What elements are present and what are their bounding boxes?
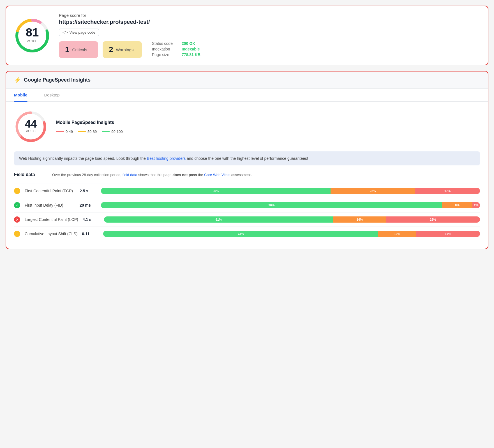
- metric-name: Cumulative Layout Shift (CLS): [25, 232, 77, 236]
- core-web-vitals-link[interactable]: Core Web Vitals: [204, 173, 230, 177]
- legend-dot-green: [102, 131, 110, 132]
- metric-icon: ✓: [14, 202, 20, 208]
- view-code-label: View page code: [70, 30, 95, 34]
- warnings-label: Warnings: [116, 47, 134, 52]
- progress-segment-orange: 22%: [331, 188, 415, 194]
- mobile-section: 44 of 100 Mobile PageSpeed Insights 0-49…: [14, 110, 480, 144]
- progress-segment-red: 17%: [416, 231, 480, 237]
- page-info: Page score for https://sitechecker.pro/s…: [59, 13, 480, 58]
- legend-label-poor: 0-49: [66, 130, 73, 134]
- legend-label-good: 90-100: [111, 130, 123, 134]
- legend-item-ok: 50-89: [78, 130, 97, 134]
- legend-dot-red: [56, 131, 64, 132]
- progress-bar: 61%14%25%: [104, 216, 480, 223]
- field-data-text-3: the: [197, 173, 204, 177]
- indexation-label: Indexation: [152, 47, 177, 51]
- progress-segment-red: 17%: [415, 188, 480, 194]
- metric-name: First Input Delay (FID): [25, 203, 75, 207]
- legend-item-good: 90-100: [102, 130, 123, 134]
- warnings-count: 2: [109, 45, 113, 54]
- criticals-badge: 1 Criticals: [59, 41, 98, 58]
- field-data-link[interactable]: field data: [123, 173, 137, 177]
- metric-value: 4.1 s: [83, 217, 100, 222]
- criticals-label: Criticals: [72, 47, 87, 52]
- mobile-legend: Mobile PageSpeed Insights 0-49 50-89 90-…: [56, 120, 123, 134]
- metric-row: ✓First Input Delay (FID)20 ms90%8%2%: [14, 198, 480, 212]
- tab-desktop[interactable]: Desktop: [44, 89, 60, 101]
- legend-item-poor: 0-49: [56, 130, 73, 134]
- progress-bar: 90%8%2%: [101, 202, 480, 208]
- view-code-button[interactable]: </> View page code: [59, 29, 99, 36]
- metric-row: ✕Largest Contentful Paint (LCP)4.1 s61%1…: [14, 212, 480, 227]
- metrics-container: !First Contentful Paint (FCP)2.5 s60%22%…: [14, 184, 480, 241]
- status-code-label: Status code: [152, 41, 177, 46]
- progress-segment-orange: 10%: [378, 231, 416, 237]
- pagespeed-icon: ⚡: [14, 77, 21, 83]
- status-code-value: 200 OK: [182, 41, 195, 46]
- field-data-bold: does not pass: [172, 173, 197, 177]
- criticals-count: 1: [65, 45, 70, 54]
- tab-mobile[interactable]: Mobile: [14, 89, 27, 101]
- field-data-text-2: shows that this page: [137, 173, 173, 177]
- status-info: Status code 200 OK Indexation Indexable …: [152, 41, 200, 57]
- metric-value: 2.5 s: [80, 189, 96, 193]
- metric-row: !Cumulative Layout Shift (CLS)0.1173%10%…: [14, 227, 480, 241]
- progress-segment-green: 60%: [101, 188, 331, 194]
- best-hosting-link[interactable]: Best hosting providers: [147, 156, 186, 161]
- field-data-text-1: Over the previous 28-day collection peri…: [52, 173, 123, 177]
- page-score-label: Page score for: [59, 13, 480, 18]
- progress-segment-green: 90%: [101, 202, 442, 208]
- page-size-row: Page size 778.81 KB: [152, 52, 200, 57]
- page-score-number: 81: [26, 26, 39, 39]
- tabs-row: Mobile Desktop: [6, 89, 488, 102]
- field-data-title: Field data: [14, 172, 48, 177]
- progress-segment-orange: 14%: [333, 216, 386, 223]
- code-icon: </>: [63, 30, 68, 34]
- field-data-text-4: assessment.: [230, 173, 252, 177]
- info-text-1: Web Hosting significantly impacts the pa…: [19, 156, 147, 161]
- info-text-2: and choose the one with the highest leve…: [186, 156, 308, 161]
- progress-segment-green: 61%: [104, 216, 333, 223]
- progress-bar: 73%10%17%: [103, 231, 480, 237]
- indexation-row: Indexation Indexable: [152, 47, 200, 51]
- field-data-header: Field data Over the previous 28-day coll…: [14, 172, 480, 178]
- status-code-row: Status code 200 OK: [152, 41, 200, 46]
- metric-row: !First Contentful Paint (FCP)2.5 s60%22%…: [14, 184, 480, 198]
- metric-name: First Contentful Paint (FCP): [25, 189, 75, 193]
- progress-segment-red: 25%: [386, 216, 480, 223]
- progress-segment-green: 73%: [103, 231, 378, 237]
- progress-segment-red: 2%: [472, 202, 480, 208]
- pagespeed-title: Google PageSpeed Insights: [24, 77, 91, 83]
- page-score-of: of 100: [26, 39, 39, 43]
- page-size-value: 778.81 KB: [182, 52, 200, 57]
- field-data-desc: Over the previous 28-day collection peri…: [52, 172, 252, 178]
- info-box: Web Hosting significantly impacts the pa…: [14, 151, 480, 165]
- legend-label-ok: 50-89: [87, 130, 97, 134]
- page-size-label: Page size: [152, 52, 177, 57]
- top-card: 81 of 100 Page score for https://siteche…: [6, 6, 488, 65]
- metric-icon: ✕: [14, 216, 20, 223]
- legend-dot-yellow: [78, 131, 86, 132]
- metric-value: 20 ms: [80, 203, 96, 207]
- tab-content: 44 of 100 Mobile PageSpeed Insights 0-49…: [6, 102, 488, 249]
- warnings-badge: 2 Warnings: [103, 41, 142, 58]
- metric-name: Largest Contentful Paint (LCP): [25, 217, 78, 222]
- indexation-value: Indexable: [182, 47, 200, 51]
- progress-bar: 60%22%17%: [101, 188, 480, 194]
- page-url: https://sitechecker.pro/speed-test/: [59, 19, 480, 25]
- mobile-score-circle: 44 of 100: [14, 110, 48, 144]
- metric-icon: !: [14, 188, 20, 194]
- mobile-score-number: 44: [25, 118, 37, 130]
- mobile-score-of: of 100: [25, 129, 37, 133]
- metric-value: 0.11: [82, 232, 99, 236]
- page-score-circle: 81 of 100: [14, 17, 50, 54]
- legend-items: 0-49 50-89 90-100: [56, 130, 123, 134]
- bottom-card-header: ⚡ Google PageSpeed Insights: [6, 71, 488, 89]
- progress-segment-orange: 8%: [442, 202, 472, 208]
- metric-icon: !: [14, 231, 20, 237]
- metrics-row: 1 Criticals 2 Warnings Status code 200 O…: [59, 41, 480, 58]
- mobile-insights-title: Mobile PageSpeed Insights: [56, 120, 123, 125]
- bottom-card: ⚡ Google PageSpeed Insights Mobile Deskt…: [6, 71, 488, 249]
